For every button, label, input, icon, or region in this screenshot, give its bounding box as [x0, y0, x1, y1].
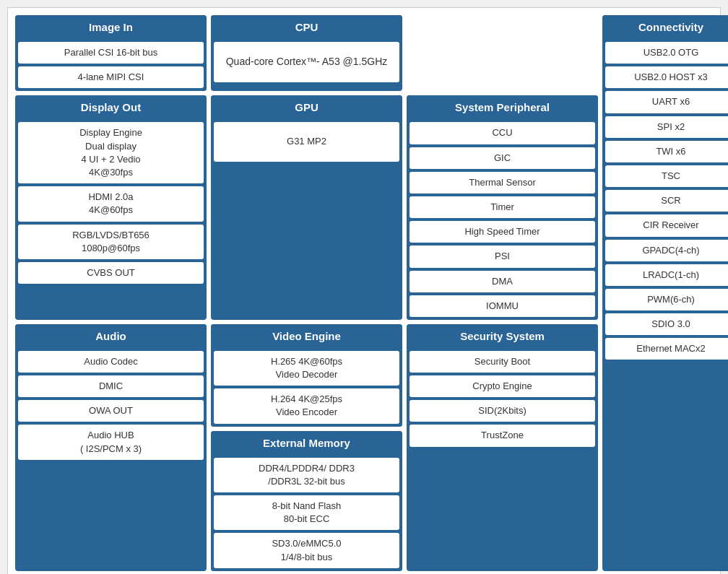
audio-title: Audio — [15, 324, 207, 348]
list-item: DMIC — [18, 375, 204, 397]
connectivity-section: Connectivity USB2.0 OTG USB2.0 HOST x3 U… — [602, 15, 728, 571]
main-container: Image In Parallel CSI 16-bit bus 4-lane … — [7, 7, 721, 574]
chip-diagram: Image In Parallel CSI 16-bit bus 4-lane … — [15, 15, 713, 571]
list-item: DMA — [410, 271, 595, 292]
cpu-title: CPU — [211, 15, 402, 39]
list-item: 8-bit Nand Flash 80-bit ECC — [214, 495, 399, 530]
list-item: UART x6 — [605, 91, 728, 113]
list-item: GIC — [410, 147, 595, 169]
list-item: TSC — [605, 165, 728, 187]
image-in-section: Image In Parallel CSI 16-bit bus 4-lane … — [15, 15, 207, 91]
system-peripheral-section: System Peripheral CCU GIC Thermal Sensor… — [407, 95, 598, 320]
list-item: Security Boot — [410, 351, 595, 373]
list-item: RGB/LVDS/BT656 1080p@60fps — [18, 225, 204, 259]
video-engine-section: Video Engine H.265 4K@60fps Video Decode… — [211, 324, 402, 427]
list-item: CCU — [410, 122, 595, 144]
security-system-section: Security System Security Boot Crypto Eng… — [407, 324, 598, 571]
list-item: High Speed Timer — [410, 221, 595, 243]
security-system-body: Security Boot Crypto Engine SID(2Kbits) … — [407, 348, 598, 450]
list-item: SCR — [605, 190, 728, 212]
external-memory-body: DDR4/LPDDR4/ DDR3 /DDR3L 32-bit bus 8-bi… — [211, 455, 402, 571]
list-item: PSI — [410, 245, 595, 267]
audio-body: Audio Codec DMIC OWA OUT Audio HUB ( I2S… — [15, 348, 207, 463]
list-item: SDIO 3.0 — [605, 313, 728, 335]
external-memory-title: External Memory — [211, 431, 402, 455]
list-item: CVBS OUT — [18, 262, 204, 284]
list-item: 4-lane MIPI CSI — [18, 66, 204, 88]
display-out-section: Display Out Display Engine Dual display … — [15, 95, 207, 320]
list-item: TrustZone — [410, 425, 595, 446]
image-in-body: Parallel CSI 16-bit bus 4-lane MIPI CSI — [15, 39, 207, 91]
list-item: USB2.0 OTG — [605, 42, 728, 64]
list-item: H.264 4K@25fps Video Encoder — [214, 388, 399, 423]
gpu-title: GPU — [211, 95, 402, 119]
gpu-section: GPU G31 MP2 — [211, 95, 402, 320]
list-item: G31 MP2 — [214, 122, 399, 161]
list-item: HDMI 2.0a 4K@60fps — [18, 186, 204, 221]
list-item: Thermal Sensor — [410, 172, 595, 193]
list-item: LRADC(1-ch) — [605, 264, 728, 286]
security-system-title: Security System — [407, 324, 598, 348]
list-item: SPI x2 — [605, 116, 728, 138]
external-memory-section: External Memory DDR4/LPDDR4/ DDR3 /DDR3L… — [211, 431, 402, 571]
list-item: H.265 4K@60fps Video Decoder — [214, 351, 399, 386]
list-item: SID(2Kbits) — [410, 400, 595, 422]
image-in-title: Image In — [15, 15, 207, 39]
list-item: IOMMU — [410, 295, 595, 317]
list-item: USB2.0 HOST x3 — [605, 66, 728, 88]
list-item: GPADC(4-ch) — [605, 240, 728, 261]
video-engine-body: H.265 4K@60fps Video Decoder H.264 4K@25… — [211, 348, 402, 427]
display-out-title: Display Out — [15, 95, 207, 119]
list-item: Quad-core Cortex™- A53 @1.5GHz — [214, 42, 399, 82]
system-peripheral-title: System Peripheral — [407, 95, 598, 119]
list-item: PWM(6-ch) — [605, 289, 728, 310]
audio-section: Audio Audio Codec DMIC OWA OUT Audio HUB… — [15, 324, 207, 571]
list-item: Crypto Engine — [410, 375, 595, 397]
list-item: Audio HUB ( I2S/PCM x 3) — [18, 425, 204, 459]
list-item: Timer — [410, 196, 595, 218]
connectivity-body: USB2.0 OTG USB2.0 HOST x3 UART x6 SPI x2… — [602, 39, 728, 362]
list-item: TWI x6 — [605, 141, 728, 162]
list-item: CIR Receiver — [605, 214, 728, 236]
list-item: Parallel CSI 16-bit bus — [18, 42, 204, 64]
list-item: Audio Codec — [18, 351, 204, 373]
system-peripheral-body: CCU GIC Thermal Sensor Timer High Speed … — [407, 119, 598, 320]
display-out-body: Display Engine Dual display 4 UI + 2 Ved… — [15, 119, 207, 287]
list-item: OWA OUT — [18, 400, 204, 422]
gpu-body: G31 MP2 — [211, 119, 402, 164]
cpu-body: Quad-core Cortex™- A53 @1.5GHz — [211, 39, 402, 85]
list-item: DDR4/LPDDR4/ DDR3 /DDR3L 32-bit bus — [214, 458, 399, 492]
list-item: SD3.0/eMMC5.0 1/4/8-bit bus — [214, 533, 399, 568]
list-item: Ethernet MACx2 — [605, 338, 728, 360]
connectivity-title: Connectivity — [602, 15, 728, 39]
cpu-section: CPU Quad-core Cortex™- A53 @1.5GHz — [211, 15, 402, 91]
video-engine-title: Video Engine — [211, 324, 402, 348]
list-item: Display Engine Dual display 4 UI + 2 Ved… — [18, 122, 204, 183]
